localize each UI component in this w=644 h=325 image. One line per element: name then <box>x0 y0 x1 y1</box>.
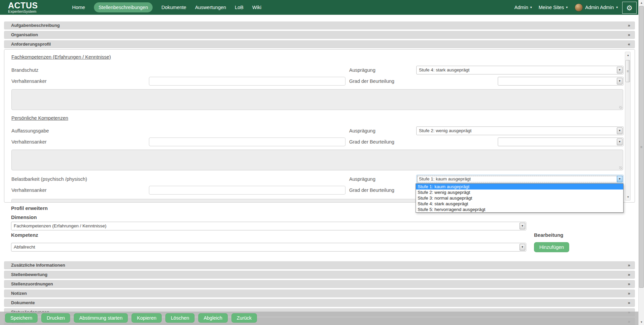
chevron-down-icon[interactable]: ▼ <box>617 176 623 182</box>
selected-value: Abfallrecht <box>14 243 35 251</box>
kompetenz-select[interactable]: Abfallrecht ▼ <box>11 243 526 252</box>
user-menu-dropdown[interactable]: Admin Admin ▾ <box>575 3 618 12</box>
window-scrollbar[interactable]: ▲ ≡ ▼ <box>638 0 644 325</box>
accordion-label: Aufgabenbeschreibung <box>11 21 60 30</box>
scroll-up-icon[interactable]: ▲ <box>625 52 631 58</box>
section-heading-fachkompetenzen: Fachkompetenzen (Erfahrungen / Kenntniss… <box>11 54 111 60</box>
scroll-down-icon[interactable]: ▼ <box>639 319 644 325</box>
anforderungsprofil-panel: Fachkompetenzen (Erfahrungen / Kenntniss… <box>4 49 635 203</box>
brand-title: ACTUS <box>8 1 38 9</box>
window-scrollbar-thumb[interactable]: ≡ <box>639 6 644 288</box>
settings-button[interactable]: ⚙ <box>622 2 637 14</box>
grad-select-auffassungsgabe[interactable]: ▼ <box>498 138 624 146</box>
panel-scrollbar[interactable]: ▲ ≡ ▼ <box>625 52 631 201</box>
accordion-dokumente[interactable]: Dokumente » <box>4 299 635 307</box>
verhaltensanker-label: Verhaltensanker <box>11 186 47 195</box>
accordion-label: Stellenbewertung <box>11 271 47 279</box>
section-heading-persoenliche-kompetenzen: Persönliche Kompetenzen <box>11 115 68 121</box>
bearbeitung-label: Bearbeitung <box>534 232 564 238</box>
hinzufuegen-button[interactable]: Hinzufügen <box>534 242 569 252</box>
zurueck-button[interactable]: Zurück <box>231 313 257 323</box>
accordion-stellenzuordnungen[interactable]: Stellenzuordnungen » <box>4 280 635 288</box>
dropdown-option-stufe-4[interactable]: Stufe 4: stark ausgeprägt <box>416 201 623 207</box>
chevron-down-icon: ▾ <box>566 6 568 9</box>
avatar <box>575 3 583 12</box>
verhaltensanker-input-belastbarkeit[interactable] <box>149 186 345 195</box>
drucken-button[interactable]: Drucken <box>41 313 70 323</box>
selected-value: Stufe 2: wenig ausgeprägt <box>419 127 472 135</box>
dropdown-option-stufe-3[interactable]: Stufe 3: normal ausgeprägt <box>416 195 623 201</box>
accordion-label: Anforderungsprofil <box>11 40 51 48</box>
dropdown-option-stufe-1[interactable]: Stufe 1: kaum ausgeprägt <box>416 184 623 189</box>
loeschen-button[interactable]: Löschen <box>165 313 195 323</box>
scroll-up-icon[interactable]: ▲ <box>639 0 644 6</box>
grip-icon: ≡ <box>627 69 629 73</box>
grip-icon: ≡ <box>640 145 642 149</box>
meine-sites-label: Meine Sites <box>539 5 564 10</box>
auspraegung-select-belastbarkeit-open[interactable]: Stufe 1: kaum ausgeprägt ▼ <box>416 175 624 183</box>
action-footer-bar: Speichern Drucken Abstimmung starten Kop… <box>0 312 644 325</box>
collapse-icon: « <box>628 40 630 48</box>
speichern-button[interactable]: Speichern <box>5 313 38 323</box>
auspraegung-label: Ausprägung <box>349 66 375 74</box>
resize-grip-icon[interactable] <box>619 166 622 169</box>
accordion-label: Organisation <box>11 31 38 39</box>
brand-logo[interactable]: ACTUS ExpertenSystem <box>8 1 38 13</box>
expand-icon: » <box>628 271 630 279</box>
auspraegung-dropdown-list: Stufe 1: kaum ausgeprägt Stufe 2: wenig … <box>416 183 624 213</box>
selected-value: Stufe 4: stark ausgeprägt <box>419 66 470 74</box>
meine-sites-dropdown[interactable]: Meine Sites ▾ <box>539 5 568 10</box>
description-textarea-brandschutz[interactable] <box>11 89 623 110</box>
nav-item-dokumente[interactable]: Dokumente <box>161 5 186 10</box>
chevron-down-icon[interactable]: ▼ <box>617 78 623 85</box>
profil-erweitern-heading: Profil erweitern <box>11 205 48 211</box>
accordion-notizen[interactable]: Notizen » <box>4 289 635 297</box>
scroll-down-icon[interactable]: ▼ <box>625 194 631 200</box>
kopieren-button[interactable]: Kopieren <box>131 313 162 323</box>
description-textarea-auffassungsgabe[interactable] <box>11 150 623 170</box>
navbar-right: Admin ▾ Meine Sites ▾ Admin Admin ▾ <box>515 0 618 15</box>
chevron-down-icon[interactable]: ▼ <box>617 67 623 73</box>
competency-name-brandschutz: Brandschutz <box>11 66 39 74</box>
nav-item-lob[interactable]: LoB <box>235 5 244 10</box>
auspraegung-label: Ausprägung <box>349 126 375 135</box>
gear-icon: ⚙ <box>626 4 633 11</box>
chevron-down-icon: ▾ <box>530 6 532 9</box>
chevron-down-icon[interactable]: ▼ <box>617 127 623 134</box>
nav-item-stellenbeschreibungen[interactable]: Stellenbeschreibungen <box>94 2 153 12</box>
chevron-down-icon[interactable]: ▼ <box>520 223 525 229</box>
chevron-down-icon: ▾ <box>616 6 618 9</box>
chevron-down-icon[interactable]: ▼ <box>520 244 525 251</box>
admin-menu-dropdown[interactable]: Admin ▾ <box>515 5 532 10</box>
resize-grip-icon[interactable] <box>619 106 622 109</box>
accordion-aufgabenbeschreibung[interactable]: Aufgabenbeschreibung » <box>4 21 635 30</box>
competency-name-auffassungsgabe: Auffassungsgabe <box>11 126 49 135</box>
accordion-label: Stellenzuordnungen <box>11 280 53 288</box>
accordion-anforderungsprofil[interactable]: Anforderungsprofil « <box>4 40 635 48</box>
verhaltensanker-input-auffassungsgabe[interactable] <box>149 138 345 146</box>
grad-der-beurteilung-label: Grad der Beurteilung <box>349 138 394 146</box>
abgleich-button[interactable]: Abgleich <box>198 313 228 323</box>
accordion-stellenbewertung[interactable]: Stellenbewertung » <box>4 271 635 279</box>
dropdown-option-stufe-5[interactable]: Stufe 5: hervorragend ausgeprägt <box>416 207 623 212</box>
accordion-organisation[interactable]: Organisation » <box>4 31 635 39</box>
nav-item-wiki[interactable]: Wiki <box>252 5 261 10</box>
panel-scrollbar-thumb[interactable]: ≡ <box>626 60 630 82</box>
kompetenz-label: Kompetenz <box>11 232 38 238</box>
dimension-select[interactable]: Fachkompetenzen (Erfahrungen / Kenntniss… <box>11 222 526 230</box>
expand-icon: » <box>628 261 630 269</box>
nav-item-home[interactable]: Home <box>72 5 85 10</box>
competency-name-belastbarkeit: Belastbarkeit (psychisch /physisch) <box>11 175 87 183</box>
grad-select-brandschutz[interactable]: ▼ <box>498 77 624 86</box>
expand-icon: » <box>628 31 630 39</box>
nav-item-auswertungen[interactable]: Auswertungen <box>195 5 226 10</box>
verhaltensanker-input-brandschutz[interactable] <box>149 77 345 86</box>
main-menu: Home Stellenbeschreibungen Dokumente Aus… <box>72 0 261 15</box>
abstimmung-starten-button[interactable]: Abstimmung starten <box>74 313 128 323</box>
chevron-down-icon[interactable]: ▼ <box>617 139 623 145</box>
auspraegung-select-auffassungsgabe[interactable]: Stufe 2: wenig ausgeprägt ▼ <box>416 126 624 135</box>
selected-value: Stufe 1: kaum ausgeprägt <box>419 175 471 183</box>
accordion-zusaetzliche-informationen[interactable]: Zusätzliche Informationen » <box>4 261 635 269</box>
auspraegung-select-brandschutz[interactable]: Stufe 4: stark ausgeprägt ▼ <box>416 66 624 74</box>
dropdown-option-stufe-2[interactable]: Stufe 2: wenig ausgeprägt <box>416 189 623 195</box>
